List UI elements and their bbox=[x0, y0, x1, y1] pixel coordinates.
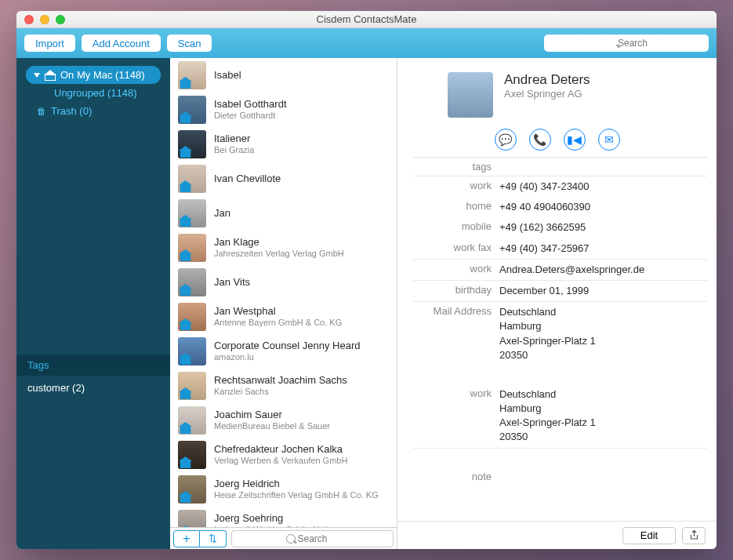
contact-sub: Jahreszeiten Verlag Verlag GmbH bbox=[214, 249, 344, 260]
contacts-list: Isabel Isabel GotthardtDieter Gotthardt … bbox=[170, 58, 397, 549]
sidebar-trash[interactable]: Trash (0) bbox=[21, 102, 165, 120]
contact-row[interactable]: Jan Vits bbox=[170, 265, 397, 300]
contact-name: Jan Westphal bbox=[214, 305, 342, 318]
video-button[interactable]: ▮◀ bbox=[564, 129, 586, 151]
edit-button[interactable]: Edit bbox=[622, 527, 676, 544]
mail-icon: ✉ bbox=[604, 133, 614, 146]
avatar bbox=[178, 475, 206, 504]
value-birthday: December 01, 1999 bbox=[499, 284, 707, 298]
contact-sub: MedienBureau Biebel & Sauer bbox=[214, 421, 330, 432]
value-addr-work: Deutschland Hamburg Axel-Springer-Platz … bbox=[499, 387, 707, 445]
import-button[interactable]: Import bbox=[24, 35, 75, 52]
label-phone-work: work bbox=[413, 180, 499, 191]
value-phone-home: +49 40 4904060390 bbox=[499, 200, 707, 214]
contact-row[interactable]: Isabel GotthardtDieter Gotthardt bbox=[170, 93, 397, 127]
value-phone-work: +49 (40) 347-23400 bbox=[499, 180, 707, 194]
contact-name: Joerg Soehring bbox=[214, 512, 333, 525]
scan-button[interactable]: Scan bbox=[167, 35, 212, 52]
tag-item-customer[interactable]: customer (2) bbox=[16, 376, 170, 400]
avatar bbox=[178, 441, 206, 469]
label-addr-work: work bbox=[413, 387, 499, 399]
message-icon: 💬 bbox=[499, 133, 512, 146]
titlebar: Cisdem ContactsMate bbox=[16, 11, 717, 28]
value-phone-workfax: +49 (40) 347-25967 bbox=[499, 242, 707, 256]
sidebar-ungrouped[interactable]: Ungrouped (1148) bbox=[21, 84, 165, 102]
list-footer: + ⇅ bbox=[170, 527, 397, 549]
sidebar-label: Ungrouped (1148) bbox=[54, 87, 137, 99]
app-window: Cisdem ContactsMate Import Add Account S… bbox=[16, 11, 717, 549]
avatar bbox=[178, 372, 206, 400]
add-contact-button[interactable]: + bbox=[173, 530, 200, 547]
contact-row[interactable]: Jan WestphalAntenne Bayern GmbH & Co. KG bbox=[170, 300, 397, 334]
label-phone-workfax: work fax bbox=[413, 242, 499, 253]
contact-row[interactable]: Joerg HeidrichHeise Zeitschriften Verlag… bbox=[170, 472, 397, 507]
avatar bbox=[178, 337, 206, 365]
search-icon bbox=[544, 35, 709, 52]
sidebar-label: Trash (0) bbox=[51, 105, 92, 117]
action-row: 💬 📞 ▮◀ ✉ bbox=[397, 125, 717, 157]
avatar bbox=[178, 268, 206, 296]
contact-name: Jan Vits bbox=[214, 276, 250, 289]
contact-name: Chefredakteur Jochen Kalka bbox=[214, 443, 347, 456]
toolbar: Import Add Account Scan bbox=[16, 28, 717, 58]
chevron-down-icon bbox=[34, 73, 40, 78]
contact-sub: Heise Zeitschriften Verlag GmbH & Co. KG bbox=[214, 490, 379, 501]
contact-row[interactable]: ItalienerBei Grazia bbox=[170, 127, 397, 162]
tags-header: Tags bbox=[16, 355, 170, 376]
contact-sub: Dieter Gotthardt bbox=[214, 111, 287, 122]
contact-name: Isabel Gotthardt bbox=[214, 98, 287, 111]
sort-button[interactable]: ⇅ bbox=[200, 530, 227, 547]
contacts-scroll[interactable]: Isabel Isabel GotthardtDieter Gotthardt … bbox=[170, 58, 397, 527]
contact-name: Joerg Heidrich bbox=[214, 478, 379, 490]
message-button[interactable]: 💬 bbox=[495, 129, 517, 151]
contact-name: Italiener bbox=[214, 133, 254, 145]
avatar bbox=[178, 510, 206, 527]
contact-row[interactable]: Jan KlageJahreszeiten Verlag Verlag GmbH bbox=[170, 231, 397, 265]
contact-row[interactable]: Rechtsanwalt Joachim SachsKanzlei Sachs bbox=[170, 369, 397, 403]
contact-row[interactable]: Joerg SoehringLatham & Watkins Schön Nol… bbox=[170, 507, 397, 527]
avatar bbox=[178, 61, 206, 89]
phone-icon: 📞 bbox=[533, 133, 546, 146]
contact-name: Corporate Counsel Jenny Heard bbox=[214, 340, 360, 352]
value-mailaddress: Deutschland Hamburg Axel-Springer-Platz … bbox=[499, 305, 707, 362]
label-mailaddress: Mail Address bbox=[413, 305, 499, 317]
detail-name: Andrea Deters bbox=[504, 72, 590, 88]
detail-avatar bbox=[448, 72, 493, 118]
contact-row[interactable]: Corporate Counsel Jenny Heardamazon.lu bbox=[170, 334, 397, 369]
label-phone-mobile: mobile bbox=[413, 220, 499, 232]
avatar bbox=[178, 303, 206, 331]
contact-row[interactable]: Ivan Chevillote bbox=[170, 162, 397, 196]
contact-sub: Antenne Bayern GmbH & Co. KG bbox=[214, 318, 342, 329]
avatar bbox=[178, 234, 206, 262]
avatar bbox=[178, 130, 206, 158]
contact-sub: amazon.lu bbox=[214, 352, 360, 363]
email-button[interactable]: ✉ bbox=[598, 129, 620, 151]
label-tags: tags bbox=[413, 161, 499, 173]
call-button[interactable]: 📞 bbox=[529, 129, 551, 151]
contact-row[interactable]: Jan bbox=[170, 196, 397, 231]
contact-row[interactable]: Joachim SauerMedienBureau Biebel & Sauer bbox=[170, 403, 397, 438]
list-search-input[interactable] bbox=[231, 530, 394, 547]
contact-name: Isabel bbox=[214, 69, 241, 82]
avatar bbox=[178, 96, 206, 124]
contact-name: Rechtsanwalt Joachim Sachs bbox=[214, 374, 347, 387]
avatar bbox=[178, 165, 206, 193]
share-button[interactable] bbox=[682, 527, 706, 544]
toolbar-search-input[interactable] bbox=[544, 35, 709, 52]
add-account-button[interactable]: Add Account bbox=[82, 35, 161, 52]
sidebar-label: On My Mac (1148) bbox=[60, 69, 145, 81]
trash-icon bbox=[37, 105, 46, 117]
contact-name: Ivan Chevillote bbox=[214, 173, 281, 185]
contact-row[interactable]: Isabel bbox=[170, 58, 397, 93]
avatar bbox=[178, 406, 206, 435]
window-title: Cisdem ContactsMate bbox=[16, 13, 717, 25]
video-icon: ▮◀ bbox=[567, 133, 582, 146]
contact-sub: Kanzlei Sachs bbox=[214, 387, 347, 398]
label-birthday: birthday bbox=[413, 284, 499, 296]
share-icon bbox=[689, 530, 699, 540]
main-content: On My Mac (1148) Ungrouped (1148) Trash … bbox=[16, 58, 717, 549]
contact-row[interactable]: Chefredakteur Jochen KalkaVerlag Werben … bbox=[170, 438, 397, 472]
contact-sub: Verlag Werben & Verkaufen GmbH bbox=[214, 456, 347, 467]
sidebar-on-my-mac[interactable]: On My Mac (1148) bbox=[26, 66, 161, 84]
contact-detail: Andrea Deters Axel Springer AG 💬 📞 ▮◀ ✉ … bbox=[397, 58, 717, 549]
